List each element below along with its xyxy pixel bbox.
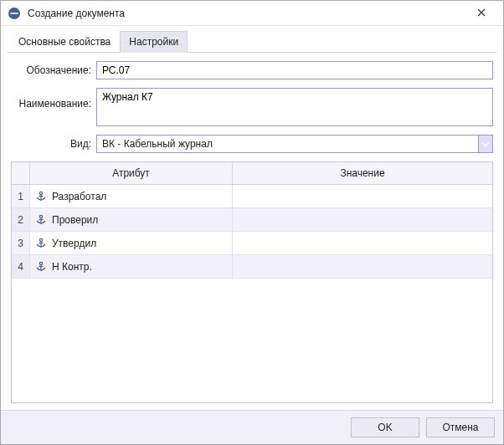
- window-title: Создание документа: [28, 8, 465, 19]
- chevron-down-icon: [482, 138, 489, 150]
- table-row[interactable]: 2 Проверил: [12, 208, 492, 232]
- svg-point-2: [39, 192, 42, 194]
- svg-point-11: [39, 262, 42, 264]
- tab-strip: Основные свойства Настройки: [8, 31, 496, 53]
- attr-value[interactable]: [233, 185, 492, 207]
- anchor-icon: [35, 261, 47, 273]
- form-area: Обозначение: Наименование: Журнал К7 Вид…: [8, 53, 496, 158]
- grid-header: Атрибут Значение: [12, 162, 492, 185]
- cancel-button[interactable]: Отмена: [426, 417, 495, 437]
- kind-select-value: ВК - Кабельный журнал: [96, 135, 478, 153]
- app-icon: [8, 7, 21, 20]
- kind-select-dropdown-button[interactable]: [478, 135, 493, 153]
- row-index: 1: [12, 185, 30, 207]
- grid-header-index: [12, 162, 30, 184]
- attr-name: Н Контр.: [52, 261, 92, 273]
- attr-name: Утвердил: [52, 238, 96, 249]
- attr-name: Проверил: [52, 214, 98, 226]
- name-label: Наименование:: [11, 88, 91, 110]
- close-icon: [477, 8, 486, 19]
- attr-value[interactable]: [233, 255, 492, 278]
- anchor-icon: [35, 191, 47, 202]
- designation-input[interactable]: [96, 61, 493, 79]
- svg-rect-1: [10, 13, 18, 14]
- kind-label: Вид:: [11, 138, 91, 150]
- row-index: 2: [12, 208, 30, 231]
- table-row[interactable]: 3 Утвердил: [12, 232, 492, 255]
- table-row[interactable]: 4 Н Контр.: [12, 255, 492, 279]
- attr-value[interactable]: [233, 232, 492, 254]
- title-bar: Создание документа: [1, 1, 503, 26]
- svg-point-8: [39, 238, 42, 241]
- tab-settings[interactable]: Настройки: [120, 31, 188, 53]
- kind-select[interactable]: ВК - Кабельный журнал: [96, 135, 493, 153]
- tab-main-properties[interactable]: Основные свойства: [9, 31, 120, 52]
- designation-label: Обозначение:: [11, 64, 91, 76]
- attr-name: Разработал: [52, 191, 106, 202]
- grid-body: 1 Разработал 2 Проверил 3 Утве: [12, 185, 492, 402]
- table-row[interactable]: 1 Разработал: [12, 185, 492, 208]
- attributes-grid: Атрибут Значение 1 Разработал 2 Проверил: [11, 161, 493, 403]
- ok-button[interactable]: OK: [351, 417, 419, 437]
- anchor-icon: [35, 214, 47, 226]
- row-index: 3: [12, 232, 30, 254]
- name-input[interactable]: Журнал К7: [96, 88, 493, 126]
- grid-header-attribute[interactable]: Атрибут: [30, 162, 233, 184]
- grid-header-value[interactable]: Значение: [233, 162, 492, 184]
- dialog-footer: OK Отмена: [1, 410, 503, 444]
- close-button[interactable]: [465, 2, 498, 25]
- attr-value[interactable]: [233, 208, 492, 231]
- svg-point-5: [39, 215, 42, 217]
- row-index: 4: [12, 255, 30, 278]
- anchor-icon: [35, 238, 47, 249]
